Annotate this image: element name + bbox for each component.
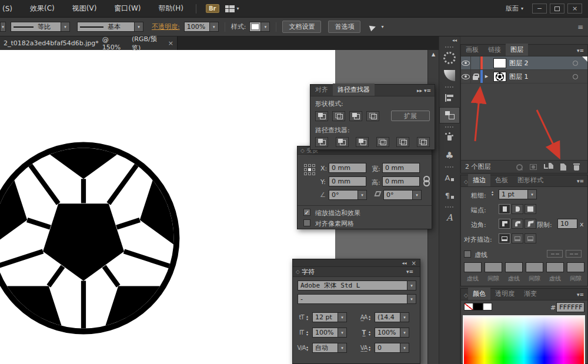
gap-field-1[interactable] (485, 262, 502, 272)
bridge-button[interactable]: Br (206, 4, 219, 13)
collapse-panel-icon[interactable]: ◂◂ (402, 261, 407, 266)
visibility-toggle[interactable] (461, 56, 471, 69)
opacity-link[interactable]: 不透明度: (152, 22, 180, 31)
stroke-weight-field[interactable]: 1 pt (499, 189, 528, 199)
y-field[interactable]: 0 mm (329, 176, 366, 186)
panel-menu-icon[interactable]: ▾≡ (403, 266, 417, 277)
selection-tool-dropdown[interactable]: ▾ (370, 24, 383, 30)
symbol-sprayer-panel-icon[interactable] (439, 129, 460, 146)
stepper-icon[interactable]: ▴▾ (306, 315, 312, 320)
document-tab[interactable]: 2_t0182a3ed4bfaf54d6b.jpg* @ 150% (RGB/预… (0, 36, 178, 50)
links-tab[interactable]: 链接 (483, 44, 506, 56)
pathfinder-panel-icon[interactable] (439, 107, 460, 123)
font-style-dropdown[interactable]: - ▾ (298, 294, 416, 304)
bevel-join-button[interactable] (524, 219, 536, 229)
none-swatch[interactable] (464, 303, 473, 310)
stepper-icon[interactable]: ▴▾ (369, 330, 375, 336)
dash-field-2[interactable] (505, 262, 523, 272)
dash-field-1[interactable] (464, 262, 482, 272)
panel-expand-icon[interactable]: ▸▸ ▾≡ (413, 85, 435, 96)
color-guide-panel-icon[interactable] (439, 49, 460, 66)
scroll-up-icon[interactable]: ▲ (428, 50, 439, 57)
horizontal-scale-control[interactable]: T̲ ▴▾ 100% ▾ (359, 328, 409, 338)
delete-layer-icon[interactable] (573, 163, 580, 171)
stepper-icon[interactable]: ▴▾ (306, 330, 312, 336)
panel-collapse-icon[interactable]: ◇ (300, 148, 305, 153)
font-size-control[interactable]: tT ▴▾ 12 pt ▾ (296, 312, 347, 322)
close-window-button[interactable]: × (567, 4, 582, 14)
round-cap-button[interactable] (512, 204, 523, 214)
layer-thumbnail[interactable] (493, 72, 506, 82)
stepper-icon[interactable]: ▴▾ (306, 345, 312, 351)
panel-collapse-icon[interactable]: ◇ (461, 290, 468, 300)
minus-back-button[interactable] (417, 137, 430, 147)
stroke-tab[interactable]: 描边 (468, 174, 490, 186)
stroke-profile-dropdown[interactable]: 等比 ▾ (11, 22, 70, 32)
pixel-grid-checkbox[interactable] (303, 219, 310, 226)
glyphs-panel-icon[interactable]: A (439, 209, 460, 226)
workspace-menu[interactable]: 版面 (506, 4, 519, 13)
gradient-tab[interactable]: 渐变 (519, 288, 542, 300)
align-panel-icon[interactable] (439, 89, 460, 106)
symbols-panel-icon[interactable]: ♣ (439, 147, 460, 163)
minimize-button[interactable]: − (532, 4, 547, 14)
paragraph-styles-panel-icon[interactable]: ¶ (439, 187, 460, 203)
menu-item-effect[interactable]: 效果(C) (21, 4, 64, 14)
character-styles-panel-icon[interactable]: A (439, 169, 460, 186)
chevron-down-icon[interactable]: ▾ (528, 189, 537, 199)
round-join-button[interactable] (512, 219, 523, 229)
color-tab[interactable]: 颜色 (468, 288, 490, 300)
minus-front-button[interactable] (332, 111, 345, 121)
rotate-field[interactable]: 0° (329, 190, 358, 200)
stepper-icon[interactable]: ▴▾ (492, 190, 497, 196)
transparency-tab[interactable]: 透明度 (490, 288, 519, 300)
collapse-dock-icon[interactable]: ◂◂ (439, 36, 460, 44)
rotate-dropdown-icon[interactable]: ▾ (358, 190, 367, 200)
style-swatch-dropdown[interactable]: ▾ (249, 22, 270, 32)
exclude-button[interactable] (366, 111, 379, 121)
projecting-cap-button[interactable] (524, 204, 536, 214)
panel-collapse-icon[interactable]: ◇ (296, 269, 300, 275)
workspace-switcher-button[interactable]: ▾ (225, 5, 239, 12)
locate-object-icon[interactable] (516, 163, 523, 171)
layer-row-1[interactable]: ▶ 图层 1 (461, 70, 587, 84)
graphic-styles-tab[interactable]: 图形样式 (513, 174, 548, 186)
align-tab[interactable]: 对齐 (310, 84, 333, 96)
opacity-dropdown[interactable]: 100% ▾ (184, 22, 219, 32)
expand-layer-icon[interactable]: ▶ (483, 74, 490, 79)
target-circle-icon[interactable] (573, 74, 578, 79)
outline-button[interactable] (396, 137, 409, 147)
color-spectrum[interactable] (463, 315, 585, 364)
font-family-dropdown[interactable]: Adobe 宋体 Std L ▾ (298, 280, 416, 290)
preferences-button[interactable]: 首选项 (328, 21, 360, 33)
panel-menu-icon[interactable]: ▾≡ (573, 176, 587, 186)
align-center-button[interactable] (499, 233, 510, 243)
shear-dropdown-icon[interactable]: ▾ (413, 190, 422, 200)
visibility-toggle[interactable] (461, 70, 471, 83)
constrain-proportions-icon[interactable] (423, 176, 429, 185)
shear-field[interactable]: 0° (383, 190, 413, 200)
butt-cap-button[interactable] (499, 204, 510, 214)
layer-name[interactable]: 图层 1 (509, 72, 529, 81)
lock-toggle[interactable] (471, 56, 480, 69)
miter-limit-field[interactable]: 10 (557, 219, 577, 229)
menu-item-help[interactable]: 帮助(H) (150, 4, 192, 14)
layer-row-2[interactable]: 图层 2 (461, 56, 587, 70)
stepper-icon[interactable]: ▴▾ (369, 315, 375, 320)
clipped-dropdown-button[interactable]: ▾ (0, 22, 6, 32)
artboards-tab[interactable]: 画板 (461, 44, 483, 56)
x-field[interactable]: 0 mm (329, 163, 366, 173)
crop-button[interactable] (376, 137, 389, 147)
intersect-button[interactable] (349, 111, 362, 121)
character-tab[interactable]: 字符 (302, 268, 315, 276)
panel-menu-icon[interactable]: ▾≡ (573, 289, 587, 300)
height-field[interactable]: 0 mm (382, 176, 420, 186)
panel-collapse-icon[interactable]: ◇ (461, 177, 468, 186)
close-document-icon[interactable]: × (168, 39, 173, 47)
lock-toggle[interactable] (471, 70, 480, 83)
vertical-scale-control[interactable]: IT ▴▾ 100% ▾ (296, 328, 347, 338)
new-layer-icon[interactable] (560, 163, 566, 171)
dashed-line-checkbox[interactable] (464, 251, 471, 258)
dash-preset-button[interactable] (547, 250, 563, 258)
maximize-button[interactable] (550, 4, 564, 14)
